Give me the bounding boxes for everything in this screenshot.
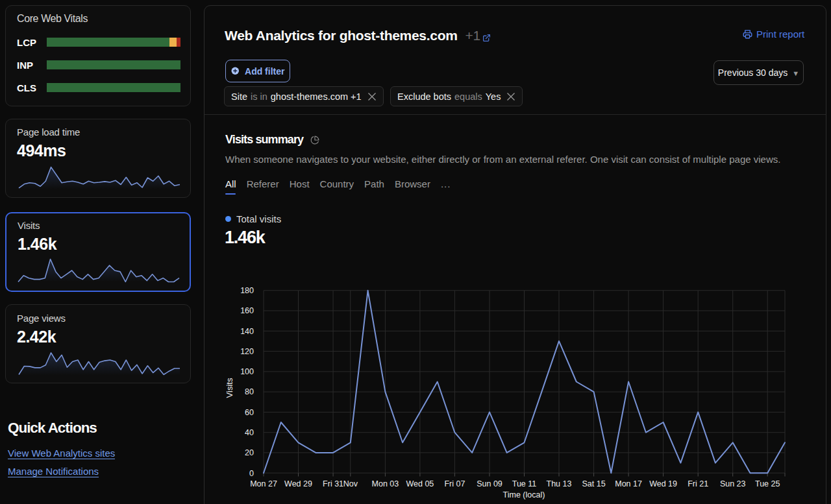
svg-text:Mon 17: Mon 17 bbox=[615, 479, 642, 488]
svg-text:Time (local): Time (local) bbox=[503, 490, 545, 499]
svg-text:40: 40 bbox=[245, 428, 254, 437]
svg-text:100: 100 bbox=[240, 367, 254, 376]
svg-text:Thu 13: Thu 13 bbox=[547, 479, 572, 488]
svg-text:140: 140 bbox=[240, 327, 254, 336]
svg-text:Visits: Visits bbox=[225, 378, 234, 398]
svg-text:180: 180 bbox=[240, 286, 254, 295]
svg-text:60: 60 bbox=[245, 408, 254, 417]
svg-text:160: 160 bbox=[240, 306, 254, 315]
svg-text:0: 0 bbox=[249, 469, 254, 478]
svg-text:Sat 15: Sat 15 bbox=[582, 479, 606, 488]
svg-text:120: 120 bbox=[240, 347, 254, 356]
svg-text:Mon 27: Mon 27 bbox=[250, 479, 277, 488]
svg-text:Wed 05: Wed 05 bbox=[406, 479, 434, 488]
svg-text:Mon 03: Mon 03 bbox=[372, 479, 399, 488]
svg-text:Fri 07: Fri 07 bbox=[444, 479, 465, 488]
svg-text:Sun 09: Sun 09 bbox=[477, 479, 502, 488]
svg-text:20: 20 bbox=[245, 448, 254, 457]
svg-text:80: 80 bbox=[245, 387, 254, 396]
svg-text:Wed 29: Wed 29 bbox=[284, 479, 312, 488]
svg-text:Fri 21: Fri 21 bbox=[688, 479, 708, 488]
svg-text:Sun 23: Sun 23 bbox=[720, 479, 746, 488]
svg-text:Nov: Nov bbox=[343, 479, 358, 488]
svg-text:Fri 31: Fri 31 bbox=[323, 479, 343, 488]
svg-text:Tue 11: Tue 11 bbox=[512, 479, 537, 488]
svg-text:Wed 19: Wed 19 bbox=[649, 479, 677, 488]
svg-text:Tue 25: Tue 25 bbox=[755, 479, 780, 488]
